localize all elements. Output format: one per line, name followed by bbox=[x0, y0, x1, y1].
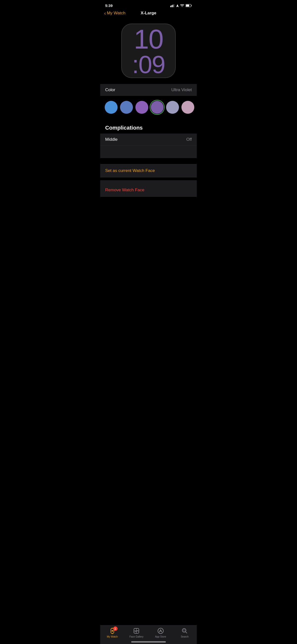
tab-face-gallery-label: Face Gallery bbox=[129, 635, 144, 638]
svg-line-17 bbox=[186, 632, 187, 633]
color-swatch-purple-medium[interactable] bbox=[135, 101, 148, 114]
complications-title: Complications bbox=[105, 125, 143, 131]
watch-preview-container: 10 :09 bbox=[100, 18, 197, 84]
face-gallery-icon bbox=[133, 628, 140, 634]
watch-hour: 10 bbox=[134, 26, 163, 53]
nav-bar: ‹ My Watch X-Large bbox=[100, 10, 197, 18]
tab-app-store[interactable]: App Store bbox=[148, 628, 173, 638]
location-icon bbox=[176, 4, 179, 7]
tab-face-gallery[interactable]: Face Gallery bbox=[124, 628, 149, 638]
color-swatch-blue-medium[interactable] bbox=[120, 101, 133, 114]
my-watch-badge: 1 bbox=[113, 626, 118, 631]
color-value: Ultra Violet bbox=[171, 88, 192, 92]
color-swatches bbox=[103, 100, 197, 115]
complications-header: Complications bbox=[100, 119, 197, 134]
home-indicator bbox=[131, 641, 166, 642]
color-swatch-ultra-violet[interactable] bbox=[151, 101, 164, 114]
battery-icon bbox=[186, 4, 192, 7]
complications-middle-label: Middle bbox=[105, 137, 118, 142]
color-label: Color bbox=[105, 88, 115, 92]
svg-rect-2 bbox=[173, 5, 173, 7]
tab-my-watch[interactable]: 1 My Watch bbox=[100, 628, 124, 638]
svg-rect-3 bbox=[174, 4, 175, 7]
color-swatch-lavender[interactable] bbox=[166, 101, 179, 114]
set-face-button[interactable]: Set as current Watch Face bbox=[100, 164, 197, 177]
set-face-section: Set as current Watch Face bbox=[100, 164, 197, 178]
status-time: 5:39 bbox=[105, 4, 113, 8]
complications-section: Complications Middle Off bbox=[100, 119, 197, 158]
watch-minute: :09 bbox=[132, 53, 165, 76]
svg-rect-8 bbox=[112, 628, 113, 629]
tab-app-store-label: App Store bbox=[155, 635, 166, 638]
watch-face: 10 :09 bbox=[121, 24, 176, 78]
status-bar: 5:39 bbox=[100, 0, 197, 10]
status-icons bbox=[170, 4, 192, 7]
app-store-icon bbox=[157, 628, 164, 634]
tab-search[interactable]: Search bbox=[173, 628, 197, 638]
svg-point-14 bbox=[158, 628, 163, 634]
svg-point-18 bbox=[183, 630, 185, 631]
svg-point-10 bbox=[112, 630, 113, 632]
signal-icon bbox=[170, 4, 175, 7]
complications-middle-value: Off bbox=[186, 137, 192, 142]
svg-rect-1 bbox=[172, 5, 172, 7]
color-swatch-blue-bright[interactable] bbox=[105, 101, 118, 114]
wifi-icon bbox=[180, 4, 184, 7]
tab-my-watch-label: My Watch bbox=[107, 635, 118, 638]
back-button[interactable]: ‹ My Watch bbox=[104, 10, 125, 16]
search-icon bbox=[181, 628, 188, 634]
color-section: Color Ultra Violet bbox=[100, 84, 197, 119]
svg-rect-6 bbox=[186, 5, 189, 7]
complications-middle-row[interactable]: Middle Off bbox=[100, 134, 197, 146]
page-title: X-Large bbox=[141, 11, 156, 16]
back-chevron-icon: ‹ bbox=[104, 10, 106, 16]
svg-rect-9 bbox=[112, 633, 113, 634]
svg-rect-5 bbox=[191, 5, 192, 6]
tab-search-label: Search bbox=[181, 635, 189, 638]
complications-extra bbox=[100, 146, 197, 158]
page-content: 10 :09 Color Ultra Violet Complications … bbox=[100, 18, 197, 236]
remove-face-button[interactable]: Remove Watch Face bbox=[100, 184, 197, 196]
svg-rect-0 bbox=[170, 6, 171, 7]
color-swatches-container[interactable] bbox=[100, 96, 197, 119]
bottom-spacer bbox=[100, 197, 197, 212]
color-header-row: Color Ultra Violet bbox=[100, 84, 197, 96]
back-label: My Watch bbox=[107, 11, 125, 16]
remove-face-section: Remove Watch Face bbox=[100, 180, 197, 197]
color-swatch-pink-lavender[interactable] bbox=[181, 101, 194, 114]
